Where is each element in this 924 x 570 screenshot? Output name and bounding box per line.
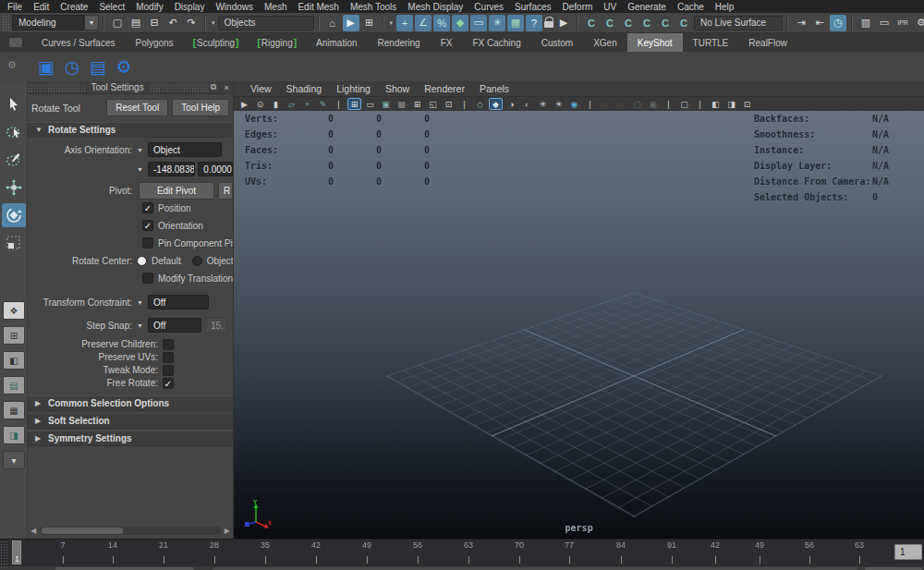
- shelf-tab[interactable]: FX Caching: [462, 33, 530, 52]
- grease-pencil-icon[interactable]: ✎: [316, 98, 330, 110]
- section-header[interactable]: ▶ Common Selection Options: [28, 395, 233, 411]
- layout-menu-button[interactable]: ▾: [3, 451, 25, 469]
- shaded-icon[interactable]: ◆: [489, 98, 503, 110]
- scrollbar-thumb[interactable]: [42, 528, 123, 534]
- gate-mask-icon[interactable]: ▩: [395, 98, 408, 110]
- sep[interactable]: |: [457, 98, 471, 110]
- transform-constraint-select[interactable]: Off: [148, 295, 209, 309]
- highlight-affected-icon[interactable]: ▦: [507, 15, 524, 31]
- reset-pivot-button[interactable]: R: [218, 182, 233, 200]
- lasso-tool-button[interactable]: [2, 120, 26, 144]
- select-hierarchy-icon[interactable]: ⌂: [324, 15, 341, 31]
- close-icon[interactable]: ×: [220, 83, 233, 92]
- move-tool-button[interactable]: [2, 176, 26, 200]
- viewport-menu-item[interactable]: View: [243, 83, 279, 94]
- keyshot-settings-shelf-icon[interactable]: ⚙: [111, 55, 137, 79]
- checkbox[interactable]: [163, 365, 174, 376]
- menu-item[interactable]: Select: [93, 2, 130, 12]
- layout-persp-uv-button[interactable]: ◨: [3, 426, 25, 444]
- radio-object[interactable]: [192, 256, 202, 266]
- step-snap-select[interactable]: Off: [148, 318, 201, 333]
- field-chart-icon[interactable]: ⊞: [410, 98, 424, 110]
- viewport-menu-item[interactable]: Show: [378, 83, 417, 94]
- shelf-tab[interactable]: Curves / Surfaces: [31, 33, 125, 52]
- menu-item[interactable]: Create: [55, 2, 93, 12]
- sep[interactable]: |: [583, 98, 597, 110]
- shelf-tab[interactable]: [Rigging]: [248, 33, 306, 52]
- bookmark-icon[interactable]: ▮: [269, 98, 283, 110]
- snap-curve-toggle-icon[interactable]: ∠: [415, 15, 432, 31]
- viewport-canvas[interactable]: Verts: 0 0 0 Edges: 0 0 0: [234, 111, 924, 539]
- menu-item[interactable]: Windows: [210, 2, 259, 12]
- shelf-tab[interactable]: TURTLE: [683, 33, 739, 52]
- rotate-value-field-1[interactable]: -148.0838: [148, 162, 195, 176]
- scale-tool-button[interactable]: [2, 231, 26, 255]
- reset-tool-button[interactable]: Reset Tool: [106, 99, 168, 116]
- keyshot-update-shelf-icon[interactable]: ◷: [59, 55, 85, 79]
- tool-help-button[interactable]: Tool Help: [172, 99, 229, 116]
- sep[interactable]: |: [662, 98, 675, 110]
- layout-hypershade-persp-button[interactable]: ▦: [3, 401, 25, 419]
- grid-icon[interactable]: ⊞: [347, 98, 361, 110]
- menu-item[interactable]: Cache: [672, 2, 710, 12]
- resolution-gate-icon[interactable]: ▣: [379, 98, 393, 110]
- snap-to-grids-icon[interactable]: C: [583, 15, 600, 31]
- chevron-down-icon[interactable]: ▼: [137, 166, 148, 173]
- popout-icon[interactable]: ⧉: [207, 82, 220, 92]
- snap-projected-center-toggle-icon[interactable]: ◆: [452, 15, 468, 31]
- shelf-tab[interactable]: Polygons: [125, 33, 183, 52]
- use-default-material-icon[interactable]: ◐: [520, 98, 534, 110]
- snap-view-plane-toggle-icon[interactable]: ▭: [470, 15, 487, 31]
- menu-item[interactable]: UV: [598, 2, 622, 12]
- menu-item[interactable]: Display: [169, 2, 211, 12]
- time-slider[interactable]: 7 14 21 28 35: [0, 539, 924, 565]
- quick-help-icon[interactable]: ?: [526, 15, 542, 31]
- layout-persp-graph-button[interactable]: ▤: [3, 376, 25, 394]
- select-mask-icon[interactable]: ✳: [489, 15, 505, 31]
- xray-icon[interactable]: ▣: [646, 98, 660, 110]
- menu-item[interactable]: Generate: [622, 2, 672, 12]
- shelf-tab[interactable]: RealFlow: [738, 33, 797, 52]
- layout-outliner-persp-button[interactable]: ◧: [3, 351, 25, 370]
- safe-title-icon[interactable]: ⊡: [442, 98, 456, 110]
- make-object-live-icon[interactable]: C: [675, 15, 692, 31]
- menu-item[interactable]: Modify: [130, 2, 168, 12]
- multisample-icon[interactable]: ◌: [614, 98, 628, 110]
- menu-item[interactable]: Edit: [28, 2, 55, 12]
- chevron-down-icon[interactable]: ▾: [388, 19, 395, 27]
- edit-pivot-button[interactable]: Edit Pivot: [139, 182, 214, 200]
- objects-field[interactable]: Objects: [218, 16, 314, 30]
- checkbox[interactable]: ✓: [163, 378, 174, 389]
- motion-blur-icon[interactable]: ◌: [599, 98, 613, 110]
- snap-to-curves-icon[interactable]: C: [602, 15, 618, 31]
- snap-to-projected-center-icon[interactable]: C: [638, 15, 655, 31]
- ipr-render-icon[interactable]: IPR: [894, 15, 911, 31]
- pane-layout-four-icon[interactable]: ◨: [724, 98, 738, 110]
- scroll-right-icon[interactable]: ▶: [221, 527, 230, 535]
- viewport-menu-item[interactable]: Lighting: [329, 83, 378, 94]
- all-lights-icon[interactable]: ✳: [536, 98, 550, 110]
- viewport-menu-item[interactable]: Shading: [279, 83, 330, 94]
- construction-history-icon[interactable]: ◷: [830, 15, 846, 31]
- film-gate-icon[interactable]: ▭: [363, 98, 377, 110]
- pane-layout-outliner-icon[interactable]: ⊡: [740, 98, 754, 110]
- snap-to-view-planes-icon[interactable]: C: [657, 15, 674, 31]
- checkbox[interactable]: ✓: [142, 220, 153, 231]
- section-header[interactable]: ▶ Symmetry Settings: [28, 431, 233, 446]
- textured-icon[interactable]: ◑: [505, 98, 518, 110]
- pane-layout-single-icon[interactable]: ◧: [709, 98, 723, 110]
- select-component-icon[interactable]: ⊞: [361, 15, 378, 31]
- range-slider-grip[interactable]: [0, 566, 8, 570]
- chevron-down-icon[interactable]: ▼: [137, 322, 148, 329]
- rotate-value-field-2[interactable]: 0.0000: [198, 162, 233, 176]
- input-connections-icon[interactable]: ⇥: [793, 15, 809, 31]
- keyshot-export-shelf-icon[interactable]: ▣: [33, 55, 59, 79]
- select-tool-button[interactable]: [2, 92, 26, 116]
- checkbox[interactable]: [163, 352, 174, 363]
- menu-item[interactable]: Edit Mesh: [292, 2, 344, 12]
- snap-grid-toggle-icon[interactable]: +: [396, 15, 413, 31]
- viewport-menu-item[interactable]: Renderer: [417, 83, 472, 94]
- shelf-tab[interactable]: FX: [431, 33, 463, 52]
- render-current-frame-icon[interactable]: ▭: [876, 15, 893, 31]
- render-view-icon[interactable]: ▥: [857, 15, 874, 31]
